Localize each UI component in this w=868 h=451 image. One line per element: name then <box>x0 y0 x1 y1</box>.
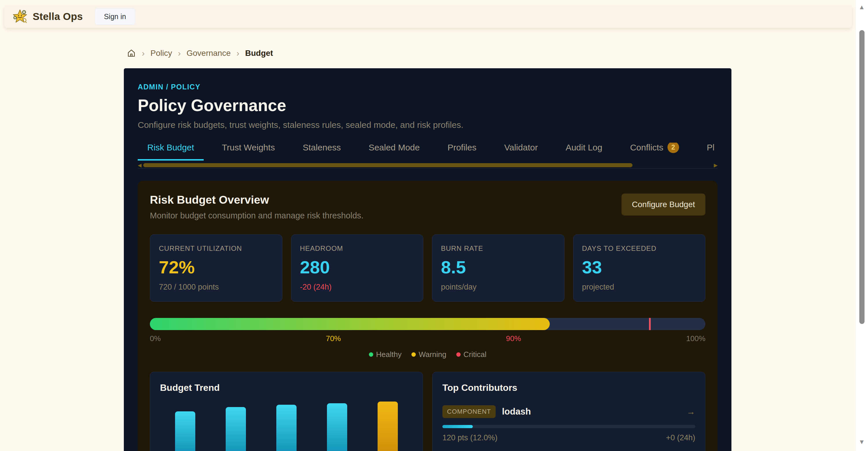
tab-label: Validator <box>504 142 538 153</box>
tab-sealed-mode[interactable]: Sealed Mode <box>359 142 429 161</box>
breadcrumb: ›Policy›Governance›Budget <box>124 49 732 58</box>
stat-label: HEADROOM <box>300 245 414 253</box>
breadcrumb-item-governance[interactable]: Governance <box>187 49 231 58</box>
stat-label: BURN RATE <box>441 245 556 253</box>
chart-bar <box>175 411 195 451</box>
risk-budget-overview-card: Risk Budget Overview Monitor budget cons… <box>138 181 717 451</box>
topbar: Stella Ops Sign in <box>4 5 852 28</box>
stat-value: 8.5 <box>441 258 556 276</box>
tab-label: Sealed Mode <box>369 142 420 153</box>
tabs-scrollbar[interactable]: ◀ ▶ <box>138 163 717 167</box>
chart-bar <box>327 403 347 451</box>
stat-value: 33 <box>582 258 697 276</box>
chart-bar-group: 12/8 <box>211 407 261 451</box>
legend-dot-icon <box>456 352 461 357</box>
page-subtitle: Configure risk budgets, trust weights, s… <box>138 120 717 130</box>
overview-header: Risk Budget Overview Monitor budget cons… <box>150 194 705 220</box>
legend-healthy: Healthy <box>369 350 402 359</box>
contributor-row: COMPONENTlodash→120 pts (12.0%)+0 (24h) <box>442 405 695 451</box>
tab-trust-weights[interactable]: Trust Weights <box>212 142 284 161</box>
stat-sub: -20 (24h) <box>300 283 414 292</box>
chevron-right-icon: › <box>178 49 181 58</box>
stat-card-burn-rate: BURN RATE8.5points/day <box>432 234 564 302</box>
utilization-legend: HealthyWarningCritical <box>150 350 705 359</box>
budget-trend-title: Budget Trend <box>160 382 413 393</box>
tabs-scrollbar-thumb[interactable] <box>143 163 632 167</box>
star-mascot-logo-icon <box>12 9 28 24</box>
chart-bar-group: 12/29 <box>362 401 413 451</box>
tab-validator[interactable]: Validator <box>495 142 548 161</box>
top-contributors-panel: Top Contributors COMPONENTlodash→120 pts… <box>432 372 705 451</box>
overview-subtitle: Monitor budget consumption and manage ri… <box>150 211 363 220</box>
overview-title: Risk Budget Overview <box>150 194 363 206</box>
page-title: Policy Governance <box>138 96 717 115</box>
arrow-right-icon[interactable]: → <box>687 407 695 417</box>
tab-profiles[interactable]: Profiles <box>438 142 486 161</box>
utilization-labels: 0%70%90%100% <box>150 334 705 343</box>
tab-audit-log[interactable]: Audit Log <box>556 142 612 161</box>
stat-sub: points/day <box>441 283 556 292</box>
stat-value: 280 <box>300 258 414 276</box>
scroll-right-icon[interactable]: ▶ <box>714 163 717 168</box>
chart-bar <box>378 401 398 451</box>
chart-bar-group: 12/1 <box>160 411 211 451</box>
contributor-progress-track <box>442 425 695 428</box>
stat-card-current-utilization: CURRENT UTILIZATION72%720 / 1000 points <box>150 234 282 302</box>
tab-label: Staleness <box>303 142 341 153</box>
contributor-points: 120 pts (12.0%) <box>442 433 498 442</box>
tab-label: Risk Budget <box>147 142 194 153</box>
threshold-label: 100% <box>686 334 706 343</box>
page-scrollbar[interactable]: ▲ ▼ <box>855 0 868 451</box>
utilization-bar <box>150 318 705 330</box>
legend-warning: Warning <box>411 350 446 359</box>
legend-label: Critical <box>464 350 486 359</box>
scroll-left-icon[interactable]: ◀ <box>138 163 142 168</box>
chart-bar-group: 12/22 <box>312 403 362 451</box>
contributor-delta: +0 (24h) <box>666 433 695 442</box>
tab-label: Audit Log <box>566 142 602 153</box>
section-eyebrow: ADMIN / POLICY <box>138 83 717 91</box>
stat-card-days-to-exceeded: DAYS TO EXCEEDED33projected <box>573 234 706 302</box>
utilization-fill <box>150 318 550 330</box>
brand[interactable]: Stella Ops <box>12 9 83 24</box>
tabs-divider <box>138 168 717 169</box>
tab-label: Pl <box>707 142 715 153</box>
threshold-label: 90% <box>506 334 521 343</box>
legend-dot-icon <box>411 352 416 357</box>
sign-in-button[interactable]: Sign in <box>95 8 135 25</box>
contributor-name: lodash <box>502 407 680 417</box>
tab-staleness[interactable]: Staleness <box>293 142 350 161</box>
chart-bar <box>226 407 246 451</box>
chart-bar-group: 12/15 <box>261 405 312 451</box>
page-scrollbar-thumb[interactable] <box>859 30 865 324</box>
policy-governance-panel: ADMIN / POLICY Policy Governance Configu… <box>124 68 732 451</box>
scroll-down-icon[interactable]: ▼ <box>859 435 865 449</box>
contributor-type-badge: COMPONENT <box>442 405 496 418</box>
tabs-scrollbar-track[interactable] <box>143 163 712 167</box>
tab-risk-budget[interactable]: Risk Budget <box>138 142 204 161</box>
stat-value: 72% <box>159 258 273 276</box>
breadcrumb-item-budget: Budget <box>245 49 273 58</box>
threshold-label: 0% <box>150 334 161 343</box>
chevron-right-icon: › <box>142 49 145 58</box>
legend-dot-icon <box>369 352 373 357</box>
stat-card-headroom: HEADROOM280-20 (24h) <box>291 234 424 302</box>
budget-trend-panel: Budget Trend 12/112/812/1512/2212/29 <box>150 372 423 451</box>
threshold-label: 70% <box>326 334 341 343</box>
tab-label: Conflicts <box>630 142 663 153</box>
tab-bar: Risk BudgetTrust WeightsStalenessSealed … <box>138 142 717 161</box>
stat-label: CURRENT UTILIZATION <box>159 245 273 253</box>
configure-budget-button[interactable]: Configure Budget <box>621 194 705 216</box>
critical-threshold-marker <box>649 318 651 330</box>
scroll-up-icon[interactable]: ▲ <box>859 0 865 14</box>
tab-pl[interactable]: Pl <box>697 142 717 161</box>
chart-bar <box>276 405 297 451</box>
tab-label: Trust Weights <box>222 142 275 153</box>
home-icon[interactable] <box>127 49 136 58</box>
budget-trend-chart: 12/112/812/1512/2212/29 <box>160 397 413 451</box>
tab-conflicts[interactable]: Conflicts2 <box>621 142 689 161</box>
breadcrumb-item-policy[interactable]: Policy <box>151 49 172 58</box>
contributors-list: COMPONENTlodash→120 pts (12.0%)+0 (24h)V… <box>442 405 695 451</box>
brand-title: Stella Ops <box>33 11 83 22</box>
legend-label: Healthy <box>376 350 402 359</box>
